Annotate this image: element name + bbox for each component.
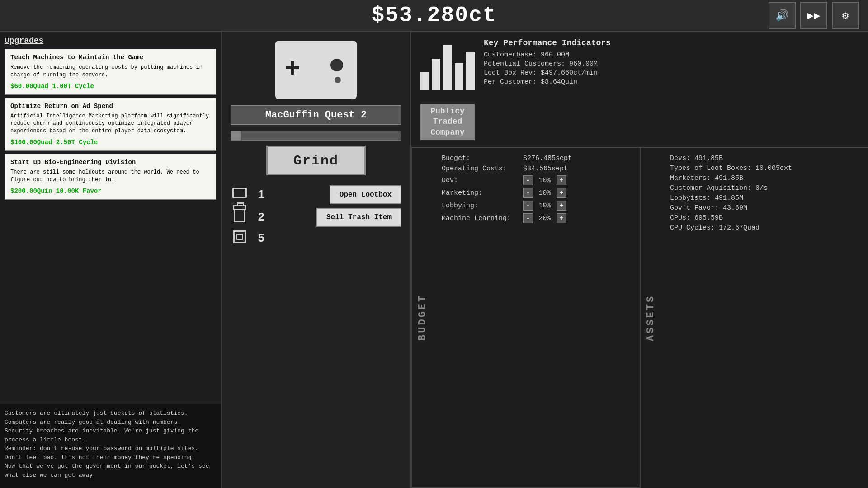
chart-bar-3 [455,63,463,90]
trash-icon [231,209,249,226]
dev-minus-button[interactable]: - [523,175,533,185]
upgrade-card-2[interactable]: Start up Bio-Engineering Division There … [5,154,216,200]
ml-controls: - 20% + [523,213,566,223]
main-layout: Upgrades Teach Machines to Maintain the … [0,32,868,488]
settings-button[interactable]: ⚙ [832,2,859,29]
log-line-2: Reminder: don't re-use your password on … [5,444,216,453]
dot-icon-large [330,59,343,71]
marketing-controls: - 10% + [523,188,566,198]
log-line-1: Security breaches are inevitable. We're … [5,427,216,444]
sound-button[interactable]: 🔊 [769,2,796,29]
ml-minus-button[interactable]: - [523,213,533,223]
upgrade-cost-1: $100.00Quad 2.50T Cycle [10,139,210,146]
lobbying-controls: - 10% + [523,201,566,211]
log-line-3: Don't feel bad. It's not their money the… [5,453,216,462]
assets-section: ASSETS Devs: 491.85B Types of Loot Boxes… [640,148,868,488]
dev-pct: 10% [536,177,554,184]
cross-icon: + [284,54,301,85]
ml-pct: 20% [536,215,554,222]
upgrade-desc-1: Artificial Intelligence Marketing platfo… [10,113,210,135]
budget-value-1: $34.565sept [523,165,631,173]
kpi-text: Key Performance Indicators Customerbase:… [484,38,859,140]
left-panel: Upgrades Teach Machines to Maintain the … [0,32,222,488]
upgrades-title: Upgrades [5,36,216,45]
assets-label-vertical: ASSETS [640,148,661,488]
publicly-traded-label: Publicy TradedCompany [420,104,475,140]
game-icon: + [275,41,357,99]
ml-plus-button[interactable]: + [557,213,566,223]
right-panel: Publicy TradedCompany Key Performance In… [411,32,868,488]
card-icon [231,188,249,202]
game-title: MacGuffin Quest 2 [231,105,401,125]
chart-bar-4 [466,52,475,90]
upgrade-card-0[interactable]: Teach Machines to Maintain the Game Remo… [5,49,216,95]
budget-row-lobbying: Lobbying: - 10% + [442,201,631,211]
top-bar: $53.280ct 🔊 ▶▶ ⚙ [0,0,868,32]
open-lootbox-button[interactable]: Open Lootbox [330,185,401,204]
card-count: 1 [258,188,271,202]
log-line-4: Now that we've got the government in our… [5,462,216,479]
asset-row-4: Lobbyists: 491.85M [670,194,859,202]
upgrade-name-1: Optimize Return on Ad Spend [10,103,210,110]
upgrades-section: Upgrades Teach Machines to Maintain the … [0,32,221,404]
dev-controls: - 10% + [523,175,566,185]
kpi-row-0: Customerbase: 960.00M [484,51,859,59]
chart-area [420,38,475,93]
chart-bar-2 [443,45,452,90]
upgrade-name-2: Start up Bio-Engineering Division [10,159,210,166]
kpi-row-2: Loot Box Rev: $497.660ct/min [484,69,859,77]
kpi-row-1: Potential Customers: 960.00M [484,60,859,68]
upgrade-card-1[interactable]: Optimize Return on Ad Spend Artificial I… [5,98,216,151]
cpu-count: 5 [258,232,271,245]
budget-label-ml: Machine Learning: [442,215,523,222]
asset-row-0: Devs: 491.85B [670,155,859,162]
inventory-row-card: 1 Open Lootbox [231,185,401,204]
upgrade-cost-0: $60.00Quad 1.00T Cycle [10,83,210,90]
marketing-minus-button[interactable]: - [523,188,533,198]
chart-bar-1 [432,59,440,90]
upgrade-name-0: Teach Machines to Maintain the Game [10,54,210,61]
asset-row-7: CPU Cycles: 172.67Quad [670,224,859,232]
inventory-row-cpu: 5 [231,230,401,247]
budget-section: BUDGET Budget: $276.485sept Operating Co… [411,148,640,488]
budget-label-1: Operating Costs: [442,165,523,173]
budget-content: Budget: $276.485sept Operating Costs: $3… [433,148,640,487]
cpu-icon [231,230,249,247]
log-line-0: Customers are ultimately just buckets of… [5,409,216,427]
budget-value-0: $276.485sept [523,155,631,162]
kpi-row-3: Per Customer: $8.64Quin [484,78,859,86]
chart-bar-0 [420,72,429,90]
lobbying-minus-button[interactable]: - [523,201,533,211]
budget-label-lobbying: Lobbying: [442,202,523,210]
dot-icon-small [335,77,341,83]
progress-bar-fill [231,131,241,140]
upgrade-desc-2: There are still some holdouts around the… [10,169,210,184]
budget-row-dev: Dev: - 10% + [442,175,631,185]
marketing-pct: 10% [536,189,554,197]
asset-row-3: Customer Aquisition: 0/s [670,184,859,192]
progress-bar [231,131,401,141]
inventory-area: 1 Open Lootbox 2 Sell Trash Item 5 [231,185,401,247]
asset-row-1: Types of Loot Boxes: 10.005ext [670,164,859,172]
asset-row-5: Gov't Favor: 43.69M [670,204,859,212]
chart-company-block: Publicy TradedCompany [420,38,475,140]
kpi-title: Key Performance Indicators [484,38,859,47]
center-panel: + MacGuffin Quest 2 Grind 1 Open Lootbox… [222,32,411,488]
lobbying-plus-button[interactable]: + [557,201,566,211]
log-section: Customers are ultimately just buckets of… [0,404,221,488]
upgrade-desc-0: Remove the remaining operating costs by … [10,64,210,79]
grind-button[interactable]: Grind [266,146,366,175]
budget-row-1: Operating Costs: $34.565sept [442,165,631,173]
budget-label-dev: Dev: [442,177,523,184]
budget-row-0: Budget: $276.485sept [442,155,631,162]
trash-count: 2 [258,211,271,224]
kpi-section: Publicy TradedCompany Key Performance In… [411,32,868,148]
sell-trash-button[interactable]: Sell Trash Item [316,208,401,227]
dev-plus-button[interactable]: + [557,175,566,185]
marketing-plus-button[interactable]: + [557,188,566,198]
budget-label-0: Budget: [442,155,523,162]
top-icons: 🔊 ▶▶ ⚙ [769,2,859,29]
fast-forward-button[interactable]: ▶▶ [800,2,827,29]
budget-row-ml: Machine Learning: - 20% + [442,213,631,223]
budget-assets-section: BUDGET Budget: $276.485sept Operating Co… [411,148,868,488]
